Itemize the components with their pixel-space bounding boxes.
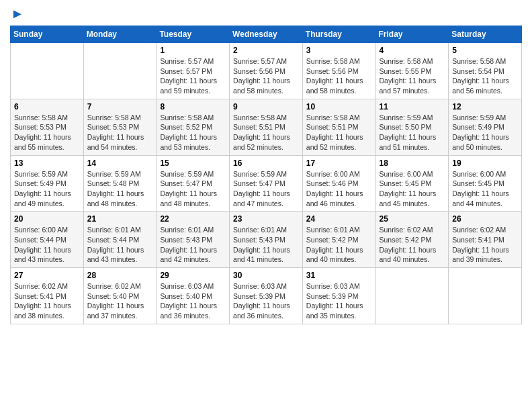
day-number: 8 bbox=[160, 102, 226, 111]
day-number: 15 bbox=[160, 158, 226, 168]
day-number: 20 bbox=[14, 214, 80, 224]
day-number: 27 bbox=[14, 271, 80, 280]
day-number: 23 bbox=[233, 214, 299, 224]
calendar-day-cell: 8Sunrise: 5:58 AM Sunset: 5:52 PM Daylig… bbox=[157, 99, 230, 155]
calendar-day-cell: 2Sunrise: 5:57 AM Sunset: 5:56 PM Daylig… bbox=[230, 43, 303, 99]
day-number: 14 bbox=[87, 158, 153, 168]
day-number: 5 bbox=[452, 46, 518, 55]
calendar-day-cell bbox=[11, 43, 84, 99]
calendar-day-cell bbox=[375, 268, 449, 324]
calendar-day-cell: 19Sunrise: 6:00 AM Sunset: 5:45 PM Dayli… bbox=[449, 155, 522, 212]
day-info: Sunrise: 6:02 AM Sunset: 5:41 PM Dayligh… bbox=[452, 225, 518, 265]
day-info: Sunrise: 5:57 AM Sunset: 5:56 PM Dayligh… bbox=[233, 56, 299, 96]
day-number: 31 bbox=[306, 271, 372, 280]
calendar-day-cell: 24Sunrise: 6:01 AM Sunset: 5:42 PM Dayli… bbox=[302, 212, 375, 268]
day-number: 7 bbox=[87, 102, 153, 111]
day-info: Sunrise: 6:01 AM Sunset: 5:43 PM Dayligh… bbox=[160, 225, 226, 265]
day-info: Sunrise: 5:58 AM Sunset: 5:51 PM Dayligh… bbox=[233, 113, 299, 152]
day-number: 18 bbox=[380, 158, 445, 168]
day-info: Sunrise: 6:01 AM Sunset: 5:43 PM Dayligh… bbox=[233, 225, 299, 265]
day-number: 3 bbox=[306, 46, 372, 55]
weekday-header-friday: Friday bbox=[375, 26, 449, 43]
day-info: Sunrise: 5:59 AM Sunset: 5:48 PM Dayligh… bbox=[87, 169, 153, 209]
calendar-day-cell: 7Sunrise: 5:58 AM Sunset: 5:53 PM Daylig… bbox=[83, 99, 157, 155]
day-number: 24 bbox=[306, 214, 372, 224]
day-number: 13 bbox=[14, 158, 80, 168]
calendar-day-cell: 3Sunrise: 5:58 AM Sunset: 5:56 PM Daylig… bbox=[302, 43, 375, 99]
calendar-day-cell: 26Sunrise: 6:02 AM Sunset: 5:41 PM Dayli… bbox=[449, 212, 522, 268]
weekday-header-row: SundayMondayTuesdayWednesdayThursdayFrid… bbox=[11, 26, 522, 43]
calendar-week-2: 6Sunrise: 5:58 AM Sunset: 5:53 PM Daylig… bbox=[11, 99, 522, 155]
calendar-day-cell: 28Sunrise: 6:02 AM Sunset: 5:40 PM Dayli… bbox=[83, 268, 157, 324]
day-info: Sunrise: 5:58 AM Sunset: 5:51 PM Dayligh… bbox=[306, 113, 372, 152]
day-info: Sunrise: 5:59 AM Sunset: 5:50 PM Dayligh… bbox=[380, 113, 445, 152]
calendar-day-cell: 22Sunrise: 6:01 AM Sunset: 5:43 PM Dayli… bbox=[157, 212, 230, 268]
day-number: 1 bbox=[160, 46, 226, 55]
calendar-day-cell: 21Sunrise: 6:01 AM Sunset: 5:44 PM Dayli… bbox=[83, 212, 157, 268]
calendar-week-3: 13Sunrise: 5:59 AM Sunset: 5:49 PM Dayli… bbox=[11, 155, 522, 212]
day-info: Sunrise: 5:59 AM Sunset: 5:47 PM Dayligh… bbox=[160, 169, 226, 209]
logo: ► bbox=[10, 7, 24, 20]
day-number: 26 bbox=[452, 214, 518, 224]
calendar-day-cell: 30Sunrise: 6:03 AM Sunset: 5:39 PM Dayli… bbox=[230, 268, 303, 324]
weekday-header-thursday: Thursday bbox=[302, 26, 375, 43]
day-info: Sunrise: 5:59 AM Sunset: 5:49 PM Dayligh… bbox=[14, 169, 80, 209]
day-info: Sunrise: 5:58 AM Sunset: 5:53 PM Dayligh… bbox=[87, 113, 153, 152]
calendar-day-cell: 12Sunrise: 5:59 AM Sunset: 5:49 PM Dayli… bbox=[449, 99, 522, 155]
day-info: Sunrise: 5:59 AM Sunset: 5:49 PM Dayligh… bbox=[452, 113, 518, 152]
day-info: Sunrise: 6:03 AM Sunset: 5:40 PM Dayligh… bbox=[160, 281, 226, 321]
day-number: 2 bbox=[233, 46, 299, 55]
calendar-day-cell: 29Sunrise: 6:03 AM Sunset: 5:40 PM Dayli… bbox=[157, 268, 230, 324]
calendar-day-cell: 16Sunrise: 5:59 AM Sunset: 5:47 PM Dayli… bbox=[230, 155, 303, 212]
day-info: Sunrise: 6:02 AM Sunset: 5:41 PM Dayligh… bbox=[14, 281, 80, 321]
calendar-day-cell: 20Sunrise: 6:00 AM Sunset: 5:44 PM Dayli… bbox=[11, 212, 84, 268]
calendar-week-1: 1Sunrise: 5:57 AM Sunset: 5:57 PM Daylig… bbox=[11, 43, 522, 99]
calendar-day-cell: 5Sunrise: 5:58 AM Sunset: 5:54 PM Daylig… bbox=[449, 43, 522, 99]
weekday-header-wednesday: Wednesday bbox=[230, 26, 303, 43]
day-number: 22 bbox=[160, 214, 226, 224]
day-info: Sunrise: 6:01 AM Sunset: 5:42 PM Dayligh… bbox=[306, 225, 372, 265]
calendar-day-cell: 11Sunrise: 5:59 AM Sunset: 5:50 PM Dayli… bbox=[375, 99, 449, 155]
calendar-day-cell: 4Sunrise: 5:58 AM Sunset: 5:55 PM Daylig… bbox=[375, 43, 449, 99]
calendar-day-cell: 27Sunrise: 6:02 AM Sunset: 5:41 PM Dayli… bbox=[11, 268, 84, 324]
calendar-day-cell: 6Sunrise: 5:58 AM Sunset: 5:53 PM Daylig… bbox=[11, 99, 84, 155]
calendar-day-cell bbox=[449, 268, 522, 324]
calendar-day-cell: 1Sunrise: 5:57 AM Sunset: 5:57 PM Daylig… bbox=[157, 43, 230, 99]
day-info: Sunrise: 6:01 AM Sunset: 5:44 PM Dayligh… bbox=[87, 225, 153, 265]
day-number: 19 bbox=[452, 158, 518, 168]
day-number: 6 bbox=[14, 102, 80, 111]
calendar-day-cell: 13Sunrise: 5:59 AM Sunset: 5:49 PM Dayli… bbox=[11, 155, 84, 212]
day-number: 12 bbox=[452, 102, 518, 111]
calendar-day-cell: 9Sunrise: 5:58 AM Sunset: 5:51 PM Daylig… bbox=[230, 99, 303, 155]
weekday-header-monday: Monday bbox=[83, 26, 157, 43]
logo-chevron-icon: ► bbox=[11, 7, 24, 20]
day-info: Sunrise: 6:02 AM Sunset: 5:40 PM Dayligh… bbox=[87, 281, 153, 321]
day-info: Sunrise: 5:58 AM Sunset: 5:56 PM Dayligh… bbox=[306, 56, 372, 96]
day-info: Sunrise: 5:58 AM Sunset: 5:54 PM Dayligh… bbox=[452, 56, 518, 96]
calendar-week-4: 20Sunrise: 6:00 AM Sunset: 5:44 PM Dayli… bbox=[11, 212, 522, 268]
day-number: 9 bbox=[233, 102, 299, 111]
day-info: Sunrise: 6:03 AM Sunset: 5:39 PM Dayligh… bbox=[306, 281, 372, 321]
weekday-header-saturday: Saturday bbox=[449, 26, 522, 43]
day-number: 17 bbox=[306, 158, 372, 168]
day-number: 25 bbox=[380, 214, 445, 224]
day-number: 11 bbox=[380, 102, 445, 111]
weekday-header-sunday: Sunday bbox=[11, 26, 84, 43]
calendar-day-cell: 31Sunrise: 6:03 AM Sunset: 5:39 PM Dayli… bbox=[302, 268, 375, 324]
day-info: Sunrise: 6:00 AM Sunset: 5:45 PM Dayligh… bbox=[452, 169, 518, 209]
calendar-day-cell: 17Sunrise: 6:00 AM Sunset: 5:46 PM Dayli… bbox=[302, 155, 375, 212]
calendar-day-cell: 15Sunrise: 5:59 AM Sunset: 5:47 PM Dayli… bbox=[157, 155, 230, 212]
day-info: Sunrise: 5:58 AM Sunset: 5:52 PM Dayligh… bbox=[160, 113, 226, 152]
day-number: 29 bbox=[160, 271, 226, 280]
calendar-table: SundayMondayTuesdayWednesdayThursdayFrid… bbox=[10, 26, 522, 324]
day-number: 4 bbox=[380, 46, 445, 55]
weekday-header-tuesday: Tuesday bbox=[157, 26, 230, 43]
day-number: 30 bbox=[233, 271, 299, 280]
page-header: ► bbox=[10, 7, 522, 20]
calendar-day-cell: 18Sunrise: 6:00 AM Sunset: 5:45 PM Dayli… bbox=[375, 155, 449, 212]
day-info: Sunrise: 6:03 AM Sunset: 5:39 PM Dayligh… bbox=[233, 281, 299, 321]
day-info: Sunrise: 5:58 AM Sunset: 5:55 PM Dayligh… bbox=[380, 56, 445, 96]
day-info: Sunrise: 6:02 AM Sunset: 5:42 PM Dayligh… bbox=[380, 225, 445, 265]
day-number: 21 bbox=[87, 214, 153, 224]
day-info: Sunrise: 6:00 AM Sunset: 5:46 PM Dayligh… bbox=[306, 169, 372, 209]
